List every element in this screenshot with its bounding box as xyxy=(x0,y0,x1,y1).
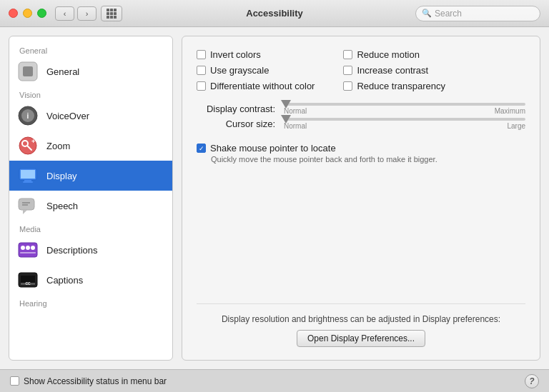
svg-point-20 xyxy=(31,246,35,250)
differentiate-item: Differentiate without color xyxy=(197,81,315,91)
shake-description: Quickly move the mouse pointer back and … xyxy=(211,155,525,164)
cursor-size-row: Cursor size: Normal Large xyxy=(197,118,525,130)
svg-text:i: i xyxy=(27,112,29,120)
svg-rect-11 xyxy=(24,180,31,181)
main-content: General General Vision i VoiceOver xyxy=(0,27,549,369)
increase-contrast-item: Increase contrast xyxy=(343,65,445,76)
help-button[interactable]: ? xyxy=(525,374,539,388)
search-box[interactable]: 🔍 Search xyxy=(415,6,540,21)
sidebar-item-general[interactable]: General xyxy=(9,56,172,86)
sidebar-item-descriptions[interactable]: Descriptions xyxy=(9,235,172,265)
grayscale-checkbox[interactable] xyxy=(197,66,206,75)
sidebar-item-general-label: General xyxy=(46,66,79,77)
shake-main: ✓ Shake mouse pointer to locate xyxy=(197,143,525,154)
svg-rect-1 xyxy=(23,66,33,76)
increase-contrast-label: Increase contrast xyxy=(357,65,428,76)
display-contrast-labels: Normal Maximum xyxy=(284,107,525,115)
display-contrast-max: Maximum xyxy=(495,107,525,115)
sidebar-item-speech[interactable]: Speech xyxy=(9,191,172,221)
grid-view-button[interactable] xyxy=(101,6,122,21)
display-contrast-track[interactable] xyxy=(284,103,525,106)
sidebar: General General Vision i VoiceOver xyxy=(9,36,173,361)
display-icon xyxy=(16,164,39,187)
back-button[interactable]: ‹ xyxy=(55,6,74,21)
title-bar: ‹ › Accessibility 🔍 Search xyxy=(0,0,549,27)
grid-icon xyxy=(107,9,117,19)
sidebar-section-general: General xyxy=(9,42,172,56)
search-icon: 🔍 xyxy=(422,9,432,18)
checkboxes-right: Reduce motion Increase contrast Reduce t… xyxy=(343,49,445,91)
descriptions-icon xyxy=(16,238,39,261)
voiceover-icon: i xyxy=(16,104,39,127)
checkboxes-area: Invert colors Use grayscale Differentiat… xyxy=(197,49,525,91)
bottom-bar: Show Accessibility status in menu bar ? xyxy=(0,369,549,392)
invert-colors-checkbox[interactable] xyxy=(197,50,206,59)
maximize-button[interactable] xyxy=(37,9,46,18)
reduce-transparency-label: Reduce transparency xyxy=(357,81,445,91)
right-panel: Invert colors Use grayscale Differentiat… xyxy=(182,36,540,361)
sidebar-item-voiceover[interactable]: i VoiceOver xyxy=(9,101,172,131)
reduce-motion-item: Reduce motion xyxy=(343,49,445,60)
traffic-lights xyxy=(9,9,46,18)
svg-text:CC: CC xyxy=(25,281,31,286)
sidebar-item-captions-label: Captions xyxy=(46,275,83,286)
invert-colors-item: Invert colors xyxy=(197,49,315,60)
window-title: Accessibility xyxy=(246,8,303,19)
sidebar-item-captions[interactable]: CC Captions xyxy=(9,265,172,295)
differentiate-checkbox[interactable] xyxy=(197,81,206,91)
shake-section: ✓ Shake mouse pointer to locate Quickly … xyxy=(197,143,525,164)
search-placeholder: Search xyxy=(435,9,462,19)
cursor-size-thumb[interactable] xyxy=(281,115,291,124)
reduce-motion-checkbox[interactable] xyxy=(343,50,352,59)
captions-icon: CC xyxy=(16,268,39,291)
grayscale-item: Use grayscale xyxy=(197,65,315,76)
grayscale-label: Use grayscale xyxy=(210,65,269,76)
sidebar-item-speech-label: Speech xyxy=(46,201,78,211)
sidebar-section-media: Media xyxy=(9,221,172,235)
display-contrast-thumb[interactable] xyxy=(281,100,291,109)
differentiate-label: Differentiate without color xyxy=(210,81,315,91)
sidebar-section-vision: Vision xyxy=(9,86,172,101)
shake-label: Shake mouse pointer to locate xyxy=(210,143,336,154)
minimize-button[interactable] xyxy=(23,9,32,18)
cursor-size-track[interactable] xyxy=(284,118,525,121)
cursor-size-label: Cursor size: xyxy=(197,119,275,129)
close-button[interactable] xyxy=(9,9,18,18)
zoom-icon: + xyxy=(16,134,39,157)
sidebar-item-zoom-label: Zoom xyxy=(46,141,70,151)
forward-button[interactable]: › xyxy=(77,6,97,21)
svg-rect-12 xyxy=(23,181,33,183)
sidebar-item-zoom[interactable]: + Zoom xyxy=(9,131,172,161)
sidebar-section-hearing: Hearing xyxy=(9,295,172,309)
svg-rect-13 xyxy=(19,198,34,210)
sliders-area: Display contrast: Normal Maximum Cursor … xyxy=(197,103,525,133)
sidebar-item-descriptions-label: Descriptions xyxy=(46,245,98,256)
reduce-transparency-item: Reduce transparency xyxy=(343,81,445,91)
cursor-size-slider-container: Normal Large xyxy=(284,118,525,130)
svg-point-18 xyxy=(21,246,25,250)
increase-contrast-checkbox[interactable] xyxy=(343,66,352,75)
cursor-size-labels: Normal Large xyxy=(284,122,525,130)
svg-rect-10 xyxy=(21,170,35,179)
display-prefs-label: Display resolution and brightness can be… xyxy=(222,314,500,324)
shake-checkbox[interactable]: ✓ xyxy=(197,144,206,153)
speech-icon xyxy=(16,194,39,217)
sidebar-item-display[interactable]: Display xyxy=(9,161,172,191)
sidebar-item-display-label: Display xyxy=(46,171,77,181)
reduce-transparency-checkbox[interactable] xyxy=(343,81,352,91)
checkboxes-left: Invert colors Use grayscale Differentiat… xyxy=(197,49,315,91)
accessibility-status-label: Show Accessibility status in menu bar xyxy=(24,376,167,386)
open-display-prefs-button[interactable]: Open Display Preferences... xyxy=(297,330,425,347)
display-contrast-label: Display contrast: xyxy=(197,104,275,114)
invert-colors-label: Invert colors xyxy=(210,49,261,60)
display-contrast-slider-container: Normal Maximum xyxy=(284,103,525,115)
nav-buttons: ‹ › xyxy=(55,6,97,21)
accessibility-status: Show Accessibility status in menu bar xyxy=(10,376,167,386)
reduce-motion-label: Reduce motion xyxy=(357,49,419,60)
svg-rect-21 xyxy=(20,252,36,253)
svg-point-19 xyxy=(26,246,30,250)
svg-marker-14 xyxy=(23,210,27,214)
svg-text:+: + xyxy=(31,138,35,145)
cursor-size-max: Large xyxy=(507,122,525,130)
accessibility-status-checkbox[interactable] xyxy=(10,376,19,386)
